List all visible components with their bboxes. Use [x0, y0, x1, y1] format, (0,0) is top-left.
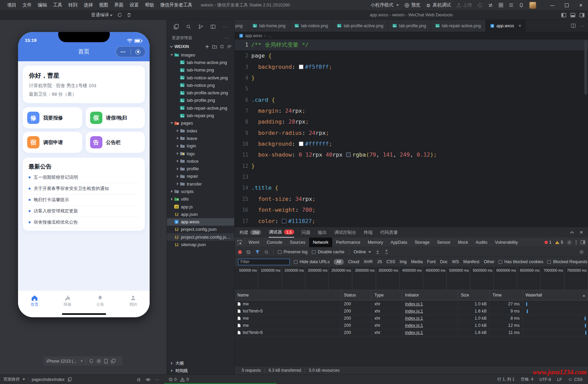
tree-item-tab-profile-png[interactable]: tab-profile.png [167, 97, 234, 104]
tree-item-images[interactable]: images [167, 51, 234, 59]
menu-微信开发者工具[interactable]: 微信开发者工具 [157, 0, 196, 10]
menu-界面[interactable]: 界面 [111, 0, 127, 10]
notification-bell-icon[interactable] [519, 3, 524, 8]
devtools-tab-network[interactable]: Network [309, 238, 332, 247]
devtools-tab-wxml[interactable]: Wxml [245, 238, 263, 247]
menu-文件[interactable]: 文件 [19, 0, 35, 10]
editor-tab-tab-profile-png[interactable]: tab-profile.png [388, 20, 431, 32]
tree-item-project-config-json[interactable]: {..} project.config.json [167, 226, 234, 233]
devtools-tab-vulnerability[interactable]: Vulnerability [491, 238, 522, 247]
type-filter-ws[interactable]: WS [452, 259, 459, 264]
more-menu-icon[interactable]: ••• [116, 50, 131, 54]
copy-icon[interactable] [68, 377, 72, 382]
error-count[interactable]: 1 [544, 240, 552, 245]
restart-icon[interactable] [89, 359, 94, 363]
breadcrumb[interactable]: 3 app.wxss › … [235, 32, 588, 39]
debug-icon[interactable] [136, 377, 141, 382]
menu-视图[interactable]: 视图 [96, 0, 111, 10]
code-line-1[interactable]: 1 /** 全局样式变量 */ [235, 39, 588, 50]
tree-item-scripts[interactable]: ʃ scripts [167, 188, 234, 195]
code-line-3[interactable]: 3 background: #f5f8ff; [235, 62, 588, 73]
close-tab-icon[interactable]: × [519, 23, 521, 28]
blocked-requests-checkbox[interactable]: Blocked Requests [547, 259, 587, 264]
dock-side-icon[interactable] [581, 240, 585, 244]
collapse-panel-icon[interactable] [570, 231, 574, 234]
column-header-initiator[interactable]: Initiator [402, 290, 458, 301]
list-icon[interactable] [509, 3, 514, 7]
problem-counts[interactable]: 0 0 [169, 377, 189, 382]
color-swatch[interactable] [346, 153, 351, 157]
statusbar-item-4[interactable]: {}CSS [568, 377, 583, 382]
toggle-bottom-panel-icon[interactable] [570, 13, 575, 17]
code-line-10[interactable]: 10 background: #ffffff; [235, 139, 588, 149]
code-line-15[interactable]: 15 font-size: 34rpx; [235, 194, 588, 205]
editor-tab-tab-profile-active-png[interactable]: tab-profile-active.png [333, 20, 388, 32]
type-filter-img[interactable]: Img [400, 259, 407, 264]
color-swatch[interactable] [299, 142, 303, 146]
devtools-tab-sources[interactable]: Sources [286, 238, 309, 247]
tree-item-logs[interactable]: logs [167, 150, 234, 157]
table-row[interactable]: me 200 xhr index.js:1 1.0 kB 27 ms [235, 301, 588, 308]
code-line-14[interactable]: 14 .title { [235, 182, 588, 193]
debugger-panel-代码质量[interactable]: 代码质量 [380, 227, 398, 238]
code-line-8[interactable]: 8 padding: 28rpx; [235, 116, 588, 127]
color-swatch[interactable] [282, 219, 286, 223]
upload-button[interactable]: 上传 [456, 2, 472, 8]
column-header-size[interactable]: Size [458, 290, 490, 301]
type-filter-css[interactable]: CSS [386, 259, 395, 264]
request-initiator[interactable]: index.js:1 [405, 316, 423, 321]
tree-item-sitemap-json[interactable]: {..} sitemap.json [167, 241, 234, 248]
devtools-menu-icon[interactable] [575, 240, 577, 245]
search-icon[interactable] [264, 250, 269, 254]
code-editor[interactable]: 1 /** 全局样式变量 */ 2 page { 3 background: #… [235, 39, 588, 227]
color-swatch[interactable] [299, 65, 303, 69]
action-我要报修[interactable]: 修 我要报修 [23, 107, 82, 128]
table-row[interactable]: list?limit=5 200 xhr index.js:1 1.6 kB 1… [235, 329, 588, 336]
more-icon[interactable]: ··· [223, 24, 228, 29]
preserve-log-checkbox[interactable]: Preserve log [278, 250, 307, 254]
tree-item-tab-notice-png[interactable]: tab-notice.png [167, 81, 234, 89]
capsule-close-icon[interactable] [131, 49, 146, 54]
code-line-16[interactable]: 16 font-weight: 700; [235, 205, 588, 215]
hide-data-urls-checkbox[interactable]: Hide data URLs [294, 259, 330, 264]
multi-window-icon[interactable] [111, 359, 116, 363]
toggle-left-panel-icon[interactable] [561, 13, 566, 17]
tree-item-utils[interactable]: utils [167, 195, 234, 203]
tree-item-tab-home-active-png[interactable]: tab-home-active.png [167, 59, 234, 66]
files-icon[interactable] [173, 24, 179, 29]
statusbar-item-3[interactable]: LF [557, 377, 562, 382]
tree-item-repair[interactable]: repair [167, 173, 234, 180]
user-avatar[interactable] [529, 2, 536, 9]
page-path-dropdown[interactable]: 页面路径 [3, 377, 25, 382]
code-line-17[interactable]: 17 color: #111827; [235, 216, 588, 227]
outline-section[interactable]: 大纲 [167, 359, 234, 367]
tree-item-pages[interactable]: pages [167, 119, 234, 127]
phone-frame-icon[interactable] [104, 359, 108, 364]
sync-icon[interactable] [477, 3, 483, 8]
project-root-row[interactable]: WEIXIN [167, 42, 234, 51]
grid-icon[interactable] [499, 3, 503, 7]
request-initiator[interactable]: index.js:1 [405, 323, 423, 328]
collapse-all-icon[interactable] [227, 45, 232, 49]
clear-cache-icon[interactable] [127, 13, 131, 17]
refresh-icon[interactable] [220, 45, 224, 49]
export-har-icon[interactable] [384, 250, 389, 254]
mode-dropdown[interactable]: 小程序模式 [371, 2, 399, 8]
compile-mode-dropdown[interactable]: 普通编译 [91, 12, 113, 18]
explorer-more-icon[interactable]: ··· [224, 35, 230, 40]
eye-icon[interactable] [146, 378, 151, 382]
new-folder-icon[interactable] [212, 45, 217, 49]
request-initiator[interactable]: index.js:1 [405, 302, 423, 306]
code-line-2[interactable]: 2 page { [235, 50, 588, 61]
code-line-6[interactable]: 6 .card { [235, 95, 588, 106]
import-har-icon[interactable] [375, 250, 380, 254]
editor-tab-tab-repair-active-png[interactable]: tab-repair-active.png [431, 20, 486, 32]
notice-item[interactable]: 关于开展春季宿舍安全卫生检查的通知 [29, 183, 139, 194]
editor-tab-tab-home-png[interactable]: tab-home.png [248, 20, 290, 32]
tree-item-tab-notice-active-png[interactable]: tab-notice-active.png [167, 74, 234, 81]
devtools-tab-sensor[interactable]: Sensor [433, 238, 454, 247]
devtools-tab-console[interactable]: Console [263, 238, 286, 247]
table-row[interactable]: list?limit=5 200 xhr index.js:1 1.6 kB 9… [235, 308, 588, 315]
tree-item-app-wxss[interactable]: 3 app.wxss [167, 218, 234, 226]
minimize-button[interactable]: — [545, 0, 559, 10]
